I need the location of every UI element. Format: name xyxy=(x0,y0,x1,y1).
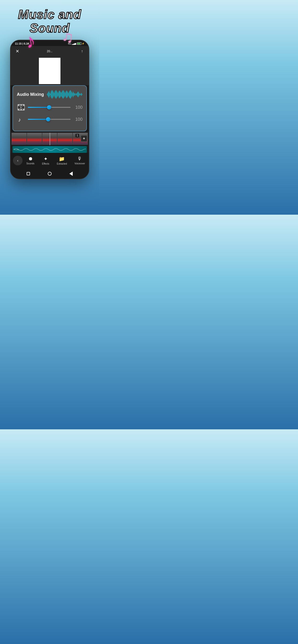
svg-rect-28 xyxy=(65,93,66,96)
svg-rect-35 xyxy=(70,90,70,98)
music-volume-row: ♪ 100 xyxy=(17,115,83,124)
music-slider-thumb[interactable] xyxy=(46,117,50,122)
film-clip-4[interactable] xyxy=(57,133,72,145)
effects-icon: ✦ xyxy=(44,156,48,162)
svg-rect-51 xyxy=(80,94,80,95)
svg-rect-37 xyxy=(71,91,71,98)
extracted-label: Extracted xyxy=(57,162,67,165)
svg-rect-52 xyxy=(81,94,81,95)
svg-rect-6 xyxy=(51,92,51,97)
system-nav-bar xyxy=(11,169,89,179)
svg-rect-31 xyxy=(67,91,67,98)
add-clip-button[interactable]: + xyxy=(81,135,87,142)
svg-rect-32 xyxy=(68,92,68,97)
signal-icon: ▂▄▆ xyxy=(72,43,76,45)
video-preview xyxy=(11,56,89,85)
sys-back-button[interactable] xyxy=(68,171,74,176)
waveform-display xyxy=(47,90,83,99)
video-slider-fill xyxy=(28,107,49,108)
music-slider-track xyxy=(28,119,71,120)
close-icon: ✕ xyxy=(16,49,19,54)
timeline-counter-badge: 1 xyxy=(75,134,79,137)
preview-label: 20... xyxy=(47,50,52,53)
audio-mixing-panel: Audio Mixing xyxy=(13,85,87,131)
nav-item-effects[interactable]: ✦ Effects xyxy=(42,156,49,165)
sounds-label: Sounds xyxy=(26,162,35,165)
export-icon: ↑ xyxy=(81,49,83,54)
video-slider-thumb[interactable] xyxy=(47,105,51,110)
svg-rect-19 xyxy=(59,90,60,98)
voiceover-icon: 🎙 xyxy=(77,156,82,162)
svg-rect-14 xyxy=(56,90,56,99)
video-volume-slider[interactable] xyxy=(28,107,71,108)
export-button[interactable]: ↑ xyxy=(79,48,85,54)
audio-mixing-title: Audio Mixing xyxy=(17,92,44,97)
music-volume-slider[interactable] xyxy=(28,119,71,120)
nav-item-extracted[interactable]: 📁 Extracted xyxy=(57,156,67,165)
timeline-area: 1 + xyxy=(11,131,89,153)
app-container: Music and Sound ♪ ♫ 11:15 | 0,1K 4G ▂▄▆ xyxy=(0,0,99,215)
nav-item-sounds[interactable]: ⏺ Sounds xyxy=(26,156,35,165)
network-icon: 4G xyxy=(68,42,71,45)
svg-rect-54 xyxy=(82,94,82,95)
svg-rect-7 xyxy=(51,90,52,98)
svg-rect-17 xyxy=(58,93,58,96)
counter-value: 1 xyxy=(77,134,78,137)
sys-square-button[interactable] xyxy=(26,171,31,176)
main-title: Music and Sound xyxy=(5,8,95,35)
title-section: Music and Sound xyxy=(0,0,99,38)
svg-rect-15 xyxy=(57,91,57,98)
svg-rect-26 xyxy=(64,91,64,98)
svg-rect-40 xyxy=(73,92,73,97)
svg-rect-8 xyxy=(52,90,53,99)
sounds-icon: ⏺ xyxy=(28,156,33,162)
svg-rect-11 xyxy=(54,93,54,96)
svg-rect-13 xyxy=(55,90,56,98)
svg-rect-53 xyxy=(81,93,82,96)
sys-circle-button[interactable] xyxy=(47,171,52,176)
voiceover-label: Voiceover xyxy=(74,162,85,165)
square-icon xyxy=(27,172,30,176)
svg-text:♪: ♪ xyxy=(18,117,21,123)
film-icon xyxy=(17,104,25,111)
editor-toolbar: ✕ 20... ↑ xyxy=(11,46,89,56)
svg-rect-59 xyxy=(23,105,24,106)
svg-rect-20 xyxy=(60,91,60,98)
svg-rect-62 xyxy=(23,109,24,110)
white-preview-area xyxy=(39,58,60,84)
svg-rect-46 xyxy=(77,93,77,96)
bottom-nav: ‹ ⏺ Sounds ✦ Effects 📁 Extracted xyxy=(11,154,89,169)
svg-rect-47 xyxy=(77,92,78,97)
svg-rect-58 xyxy=(21,105,22,106)
svg-rect-12 xyxy=(54,92,55,97)
svg-rect-18 xyxy=(59,92,59,97)
svg-rect-61 xyxy=(21,109,22,110)
nav-item-voiceover[interactable]: 🎙 Voiceover xyxy=(74,156,85,165)
back-button[interactable]: ‹ xyxy=(13,156,23,165)
svg-rect-22 xyxy=(61,92,62,96)
svg-rect-34 xyxy=(69,92,69,97)
svg-rect-10 xyxy=(53,92,54,97)
svg-rect-0 xyxy=(47,94,47,95)
audio-track[interactable]: fm,etc xyxy=(13,146,87,153)
phone-container: ♪ ♫ 11:15 | 0,1K 4G ▂▄▆ ⚡ xyxy=(10,40,89,179)
svg-rect-38 xyxy=(72,92,72,97)
video-timeline-strip: 1 + xyxy=(12,133,88,145)
battery-icon: ⚡ xyxy=(77,42,84,45)
film-clip-2[interactable] xyxy=(27,133,42,145)
film-clip-1[interactable] xyxy=(12,133,27,145)
status-bar: 11:15 | 0,1K 4G ▂▄▆ ⚡ xyxy=(11,40,89,46)
svg-rect-48 xyxy=(78,92,78,97)
audio-track-waveform xyxy=(13,146,87,153)
close-button[interactable]: ✕ xyxy=(14,48,21,54)
svg-rect-16 xyxy=(57,92,58,97)
audio-track-label: fm,etc xyxy=(14,148,19,151)
svg-rect-44 xyxy=(75,94,76,95)
svg-rect-29 xyxy=(66,92,66,97)
music-slider-icon: ♪ xyxy=(17,115,26,124)
video-volume-row: 100 xyxy=(17,103,83,112)
svg-rect-41 xyxy=(73,92,74,96)
svg-rect-5 xyxy=(50,94,51,95)
extracted-icon: 📁 xyxy=(59,156,65,162)
video-volume-value: 100 xyxy=(73,105,83,110)
